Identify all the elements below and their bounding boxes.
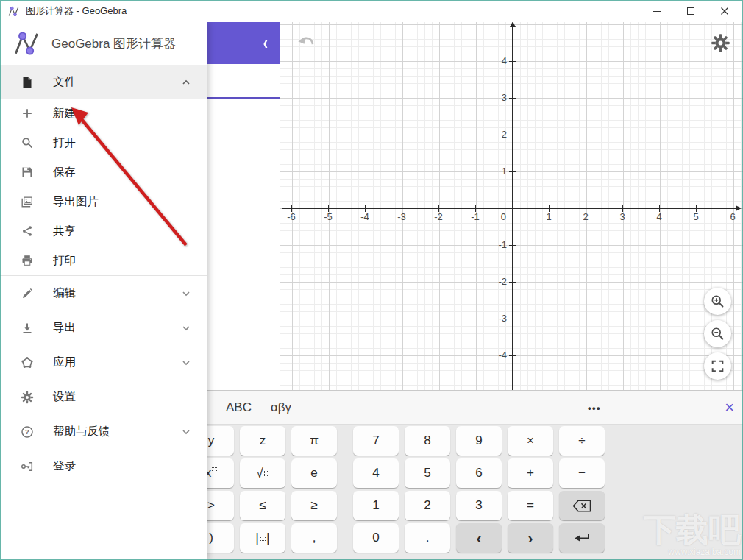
- key-multiply[interactable]: ×: [508, 426, 553, 456]
- app-title: GeoGebra 图形计算器: [51, 35, 176, 52]
- key-cursor-right[interactable]: ›: [508, 523, 553, 553]
- sidebar-item-file[interactable]: 文件: [0, 65, 207, 99]
- key-1[interactable]: 1: [353, 491, 399, 520]
- chevron-down-icon: [180, 322, 192, 334]
- sidebar-item-settings[interactable]: 设置: [0, 380, 207, 414]
- image-icon: [21, 195, 34, 208]
- key-9[interactable]: 9: [456, 426, 502, 456]
- key-6[interactable]: 6: [456, 458, 502, 488]
- chevron-up-icon: [180, 77, 192, 88]
- key-sqrt[interactable]: √: [240, 458, 285, 488]
- share-icon: [21, 224, 34, 238]
- sidebar-item-label: 编辑: [53, 286, 76, 301]
- sidebar-item-label: 应用: [53, 355, 76, 370]
- help-icon: ?: [21, 425, 34, 439]
- key-7[interactable]: 7: [353, 426, 399, 456]
- graph-view[interactable]: [280, 22, 743, 390]
- zoom-out-icon: [710, 326, 725, 341]
- key-enter[interactable]: [559, 523, 605, 553]
- sidebar-item-save[interactable]: 保存: [0, 157, 207, 187]
- file-submenu: 新建打开保存导出图片共享打印: [0, 99, 207, 275]
- zoom-in-icon: [710, 294, 725, 309]
- save-icon: [21, 166, 34, 179]
- sidebar-item-label: 共享: [53, 224, 76, 239]
- graph-settings-gear-icon[interactable]: [711, 33, 730, 53]
- sidebar-item-share[interactable]: 共享: [0, 216, 207, 246]
- collapse-panel-button[interactable]: ‹: [263, 34, 268, 53]
- window-title: 图形计算器 - GeoGebra: [26, 4, 127, 18]
- virtual-keyboard: ABC αβγ ••• × yzπ789×÷x√e456+−>≤≥123=)||…: [185, 390, 743, 560]
- chevron-down-icon: [180, 426, 192, 438]
- close-button[interactable]: [708, 0, 742, 22]
- key-divide[interactable]: ÷: [559, 426, 605, 456]
- minimize-button[interactable]: [640, 0, 674, 22]
- signin-icon: [21, 460, 34, 473]
- geogebra-logo: [12, 29, 41, 58]
- key-3[interactable]: 3: [456, 491, 502, 520]
- sidebar-item-label: 导出: [53, 320, 76, 336]
- maximize-icon: [687, 7, 694, 15]
- tab-abc[interactable]: ABC: [226, 391, 252, 425]
- title-bar: 图形计算器 - GeoGebra: [0, 0, 743, 22]
- sidebar-item-label: 打开: [53, 135, 76, 151]
- sidebar-item-export[interactable]: 导出: [0, 311, 207, 345]
- key-geq[interactable]: ≥: [291, 491, 337, 520]
- fullscreen-button[interactable]: [704, 352, 731, 380]
- tab-greek[interactable]: αβγ: [271, 391, 291, 425]
- sidebar-item-label: 新建: [53, 106, 76, 121]
- key-4[interactable]: 4: [353, 458, 399, 488]
- sidebar-item-apps[interactable]: 应用: [0, 345, 207, 380]
- key-comma[interactable]: ,: [291, 523, 337, 553]
- key-minus[interactable]: −: [559, 458, 605, 488]
- apps-icon: [21, 356, 34, 369]
- sidebar-item-export-image[interactable]: 导出图片: [0, 187, 207, 216]
- undo-icon[interactable]: [296, 33, 316, 54]
- chevron-down-icon: [180, 357, 192, 369]
- algebra-panel-header: ‹: [207, 22, 280, 64]
- keyboard-header: ABC αβγ ••• ×: [185, 391, 743, 425]
- sidebar-item-edit[interactable]: 编辑: [0, 276, 207, 311]
- sidebar-item-label: 打印: [53, 253, 76, 269]
- search-icon: [21, 136, 34, 149]
- key-dot[interactable]: .: [405, 523, 450, 553]
- minimize-icon: [653, 11, 661, 12]
- key-leq[interactable]: ≤: [240, 491, 285, 520]
- zoom-in-button[interactable]: [704, 288, 731, 315]
- maximize-button[interactable]: [674, 0, 708, 22]
- sidebar-item-label: 导出图片: [53, 194, 99, 210]
- key-abs[interactable]: ||: [240, 523, 285, 553]
- key-2[interactable]: 2: [405, 491, 450, 520]
- sidebar-header: GeoGebra 图形计算器: [0, 22, 207, 65]
- key-cursor-left[interactable]: ‹: [456, 523, 502, 553]
- main-menu-items: 编辑导出应用设置?帮助与反馈登录: [0, 276, 207, 483]
- print-icon: [21, 254, 34, 267]
- fullscreen-icon: [710, 358, 725, 374]
- sidebar-item-open[interactable]: 打开: [0, 128, 207, 157]
- algebra-input-row[interactable]: [207, 64, 280, 99]
- key-8[interactable]: 8: [405, 426, 450, 456]
- chevron-down-icon: [180, 288, 192, 300]
- gear-icon: [21, 391, 34, 404]
- sidebar-item-label: 设置: [53, 389, 76, 405]
- key-z[interactable]: z: [240, 426, 285, 456]
- zoom-out-button[interactable]: [704, 320, 731, 347]
- main-menu-sidebar: GeoGebra 图形计算器 文件 新建打开保存导出图片共享打印 编辑导出应用设…: [0, 22, 207, 560]
- svg-text:?: ?: [25, 428, 29, 436]
- sidebar-item-new[interactable]: 新建: [0, 99, 207, 128]
- keyboard-more-button[interactable]: •••: [588, 391, 601, 425]
- key-0[interactable]: 0: [353, 523, 399, 553]
- close-icon: [720, 7, 729, 15]
- download-icon: [21, 322, 34, 335]
- sidebar-item-print[interactable]: 打印: [0, 246, 207, 275]
- sidebar-item-help-feedback[interactable]: ?帮助与反馈: [0, 414, 207, 449]
- sidebar-item-sign-in[interactable]: 登录: [0, 449, 207, 483]
- key-pi[interactable]: π: [291, 426, 337, 456]
- sidebar-item-label: 帮助与反馈: [53, 424, 110, 439]
- key-e[interactable]: e: [291, 458, 337, 488]
- key-plus[interactable]: +: [508, 458, 553, 488]
- key-backspace[interactable]: [559, 491, 605, 520]
- keyboard-close-icon[interactable]: ×: [725, 391, 734, 425]
- plus-icon: [21, 107, 34, 120]
- key-equals[interactable]: =: [508, 491, 553, 520]
- key-5[interactable]: 5: [405, 458, 450, 488]
